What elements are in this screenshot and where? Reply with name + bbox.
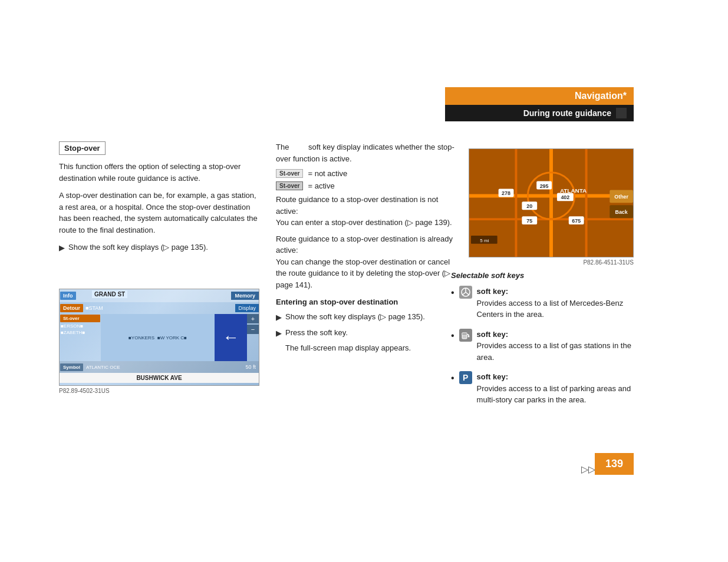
detour-btn: Detour <box>60 304 83 312</box>
svg-text:ATLANTA: ATLANTA <box>560 187 587 194</box>
route-active-para: Route guidance to a stop-over destinatio… <box>276 233 459 291</box>
selectable-title: Selectable soft keys <box>451 271 634 280</box>
mid-intro: The soft key display indicates whether t… <box>276 141 459 164</box>
softkey-item-parking: • P soft key: Provides access to a list … <box>451 371 634 406</box>
svg-text:295: 295 <box>540 183 549 189</box>
left-column: Stop-over This function offers the optio… <box>59 141 259 259</box>
entering-heading: Entering an stop-over destination <box>276 297 459 306</box>
nav-screen-right: 278 295 20 402 675 75 ATLANTA Other Back… <box>469 148 634 257</box>
nav-map-area: ■YONKERS ■W YORK C■ <box>101 314 215 361</box>
section-title-text: During route guidance <box>523 108 611 118</box>
bullet-dot2: • <box>451 331 454 340</box>
nav-map-svg: 278 295 20 402 675 75 ATLANTA Other Back… <box>469 149 633 257</box>
mid-bullet2-text: Press the soft key. <box>285 327 348 339</box>
stover-btn: St-over <box>60 315 100 322</box>
nav-left-btns: St-over ■ERSON■ ■ZABETH■ <box>60 314 101 361</box>
svg-text:5 mi: 5 mi <box>480 238 489 243</box>
atlantic-label: ATLANTIC OCE <box>84 365 123 370</box>
status-not-active-label: = not active <box>308 169 347 178</box>
left-para1: This function offers the option of selec… <box>59 161 259 184</box>
softkey-item-mercedes: • soft key: Provides access to a list of… <box>451 286 634 320</box>
mid-bullet3-sub: The full-screen map display appears. <box>276 342 459 354</box>
parking-icon: P <box>459 371 472 384</box>
status-active: St-over = active <box>276 181 459 190</box>
svg-line-28 <box>462 292 466 295</box>
softkey-gas-text: soft key: Provides access to a list of g… <box>477 329 634 363</box>
gas-icon <box>459 329 472 342</box>
bullet-arrow-icon: ▶ <box>59 242 65 254</box>
mid-bullet1-text: Show the soft key displays (▷ page 135). <box>285 311 425 323</box>
nav-map-row: St-over ■ERSON■ ■ZABETH■ ■YONKERS ■W YOR… <box>60 314 259 361</box>
soft-key-display-text: soft key display indicates <box>308 143 393 151</box>
mid-bullet3-text: The full-screen map display appears. <box>285 343 411 352</box>
status-active-label: = active <box>308 181 334 190</box>
nav-zoom-btns: + − <box>247 314 259 361</box>
softkey1-key: soft key: <box>477 287 508 296</box>
nav-arrow-area: ← <box>215 314 247 361</box>
nav-row2: Detour ■STAM Display <box>60 302 259 314</box>
stover-badge-inactive: St-over <box>276 169 303 178</box>
middle-column: The soft key display indicates whether t… <box>276 141 459 354</box>
nav-screen-left-inner: Info GRAND ST Memory Detour ■STAM Displa… <box>60 289 259 385</box>
svg-text:278: 278 <box>502 190 510 196</box>
mid-bullet2: ▶ Press the soft key. <box>276 327 459 339</box>
chapter-title: Navigation* <box>445 87 634 105</box>
page-header: Navigation* During route guidance <box>445 87 634 121</box>
section-title: During route guidance <box>445 105 634 121</box>
softkey2-desc: Provides access to a list of gas station… <box>477 341 631 362</box>
display-btn: Display <box>235 304 259 312</box>
yonkers-label: ■YONKERS <box>129 335 154 340</box>
left-bullet1: ▶ Show the soft key displays (▷ page 135… <box>59 242 259 254</box>
softkey-parking-text: soft key: Provides access to a list of p… <box>477 371 634 406</box>
memory-btn: Memory <box>231 292 259 300</box>
svg-text:75: 75 <box>526 218 532 224</box>
mid-bullet2-arrow: ▶ <box>276 328 282 339</box>
symbol-btn: Symbol <box>60 363 83 371</box>
mid-bullet1: ▶ Show the soft key displays (▷ page 135… <box>276 311 459 323</box>
softkey1-desc: Provides access to a list of Mercedes-Be… <box>477 299 624 319</box>
svg-text:675: 675 <box>572 218 581 224</box>
nav-caption-right: P82.86-4511-31US <box>469 259 634 266</box>
svg-rect-31 <box>462 333 467 335</box>
nav-caption-left: P82.89-4502-31US <box>59 388 110 394</box>
svg-point-34 <box>467 335 469 337</box>
route-not-active-para: Route guidance to a stop-over destinatio… <box>276 194 459 229</box>
zoom-plus: + <box>247 314 259 323</box>
stamp-label: ■STAM <box>84 305 105 311</box>
svg-text:402: 402 <box>561 194 569 200</box>
svg-text:Other: Other <box>614 194 628 200</box>
nav-bottom-bar: Symbol ATLANTIC OCE 50 ft <box>60 361 259 373</box>
right-column: Selectable soft keys • soft key: Provide… <box>451 271 634 414</box>
left-bullet1-text: Show the soft key displays (▷ page 135). <box>68 242 208 253</box>
left-para2: A stop-over destination can be, for exam… <box>59 190 259 236</box>
svg-line-29 <box>466 292 469 295</box>
bullet-dot1: • <box>451 288 454 297</box>
page-number: 139 <box>595 453 634 475</box>
softkey3-key: soft key: <box>477 372 508 381</box>
erson-label: ■ERSON■ <box>60 323 101 329</box>
softkey2-key: soft key: <box>477 330 508 339</box>
nav-turn-arrow: ← <box>216 325 246 350</box>
softkey-item-gas: • soft key: Provides access to a list of… <box>451 329 634 363</box>
continue-arrows: ▷▷ <box>581 464 595 475</box>
section-title-square <box>616 108 627 118</box>
nav-distance: 50 ft <box>245 364 259 370</box>
softkey-mercedes-text: soft key: Provides access to a list of M… <box>477 286 634 320</box>
nav-topbar: Info GRAND ST Memory <box>60 289 259 302</box>
nav-screen-right-inner: 278 295 20 402 675 75 ATLANTA Other Back… <box>469 149 633 257</box>
bullet-dot3: • <box>451 373 454 383</box>
stover-badge-active: St-over <box>276 181 303 190</box>
nyc-label: ■W YORK C■ <box>157 335 187 340</box>
zoom-minus: − <box>247 325 259 334</box>
status-not-active: St-over = not active <box>276 169 459 178</box>
svg-text:Back: Back <box>615 209 627 215</box>
mid-bullet1-arrow: ▶ <box>276 312 282 323</box>
mercedes-icon <box>459 286 472 299</box>
info-btn: Info <box>60 292 76 300</box>
grand-st-label: GRAND ST <box>92 290 127 298</box>
section-box-title: Stop-over <box>59 141 106 155</box>
nav-screen-left: Info GRAND ST Memory Detour ■STAM Displa… <box>59 289 259 386</box>
softkey3-desc: Provides access to a list of parking are… <box>477 384 631 405</box>
svg-text:20: 20 <box>526 203 532 209</box>
izabeth-label: ■ZABETH■ <box>60 329 101 336</box>
